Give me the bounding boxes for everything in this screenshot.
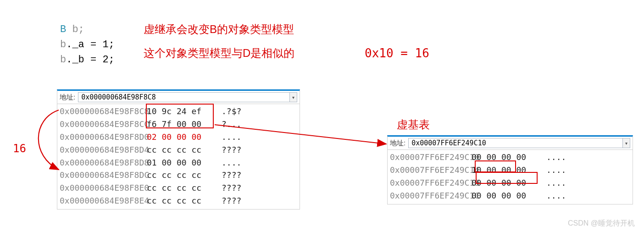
- memory-bytes: 01 00 00 00: [147, 156, 213, 169]
- annotation-line-1: 虚继承会改变B的对象类型模型: [144, 22, 294, 37]
- memory-row: 0x00007FF6EF249C1C00 00 00 00....: [390, 189, 630, 202]
- memory-ascii: ????: [222, 196, 241, 205]
- memory-ascii: ....: [546, 178, 566, 188]
- memory-ascii: ????: [222, 170, 241, 180]
- memory-addr: 0x00007FF6EF249C10: [390, 151, 472, 164]
- memory-bytes: cc cc cc cc: [147, 169, 213, 182]
- memory-addr: 0x000000684E98F8DC: [60, 169, 147, 182]
- address-bar-1: 地址: ▾: [57, 91, 300, 104]
- memory-ascii: ....: [546, 191, 566, 200]
- memory-ascii: ....: [222, 132, 241, 142]
- address-dropdown-2[interactable]: ▾: [623, 138, 630, 148]
- memory-ascii: ....: [546, 165, 566, 175]
- highlight-box-vbptr: [146, 104, 214, 128]
- memory-ascii: ....: [546, 152, 566, 162]
- highlight-box-offset-1: [475, 160, 516, 172]
- code-line-1: B b;: [60, 22, 115, 37]
- memory-addr: 0x000000684E98F8D8: [60, 156, 147, 169]
- memory-row: 0x000000684E98F8D4cc cc cc cc????: [60, 144, 297, 156]
- address-dropdown-1[interactable]: ▾: [290, 92, 297, 102]
- address-input-2[interactable]: [408, 138, 623, 148]
- memory-bytes: 00 00 00 00: [472, 189, 538, 202]
- memory-addr: 0x000000684E98F8D0: [60, 131, 147, 144]
- memory-addr: 0x000000684E98F8CC: [60, 118, 147, 131]
- address-input-1[interactable]: [78, 92, 290, 102]
- memory-bytes: cc cc cc cc: [147, 182, 213, 194]
- code-snippet: B b; b._a = 1; b._b = 2;: [60, 22, 115, 67]
- memory-row: 0x000000684E98F8E4cc cc cc cc????: [60, 194, 297, 207]
- memory-row: 0x000000684E98F8D801 00 00 00....: [60, 156, 297, 169]
- memory-ascii: ????: [222, 145, 241, 155]
- watermark: CSDN @睡觉待开机: [568, 219, 635, 228]
- annotation-left-16: 16: [13, 142, 26, 155]
- memory-addr: 0x000000684E98F8E0: [60, 182, 147, 194]
- memory-addr: 0x00007FF6EF249C18: [390, 177, 472, 189]
- annotation-vbtable: 虚基表: [397, 117, 430, 132]
- memory-bytes: cc cc cc cc: [147, 194, 213, 207]
- memory-row: 0x000000684E98F8D002 00 00 00....: [60, 131, 297, 144]
- memory-ascii: ????: [222, 183, 241, 193]
- memory-addr: 0x00007FF6EF249C1C: [390, 189, 472, 202]
- memory-ascii: .?$?: [222, 106, 241, 116]
- address-bar-2: 地址: ▾: [388, 137, 633, 150]
- memory-ascii: ....: [222, 158, 241, 167]
- memory-addr: 0x000000684E98F8C8: [60, 105, 147, 118]
- memory-addr: 0x00007FF6EF249C14: [390, 164, 472, 177]
- memory-row: 0x000000684E98F8E0cc cc cc cc????: [60, 182, 297, 194]
- memory-addr: 0x000000684E98F8E4: [60, 194, 147, 207]
- address-label: 地址:: [390, 139, 405, 148]
- code-line-2: b._a = 1;: [60, 37, 115, 52]
- annotation-equation: 0x10 = 16: [365, 46, 429, 60]
- memory-ascii: ?...: [222, 119, 241, 129]
- memory-addr: 0x000000684E98F8D4: [60, 144, 147, 156]
- code-line-3: b._b = 2;: [60, 52, 115, 67]
- annotation-line-2: 这个对象类型模型与D是相似的: [144, 46, 294, 61]
- memory-row: 0x000000684E98F8DCcc cc cc cc????: [60, 169, 297, 182]
- memory-bytes: cc cc cc cc: [147, 144, 213, 156]
- address-label: 地址:: [60, 93, 75, 102]
- highlight-box-offset-2: [476, 172, 538, 184]
- memory-bytes: 02 00 00 00: [147, 131, 213, 144]
